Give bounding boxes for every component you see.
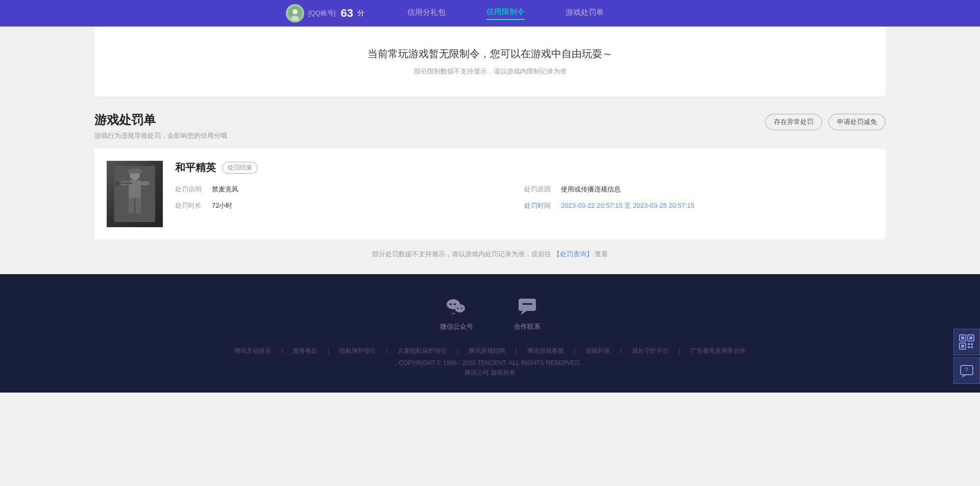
nav-penalty[interactable]: 游戏处罚单 — [566, 8, 604, 19]
footer-icons: 微信公众号 合作联系 — [0, 295, 980, 331]
detail-row-reason: 处罚原因 使用或传播违规信息 — [524, 185, 873, 194]
value-description: 禁麦克风 — [212, 185, 238, 194]
anomaly-button[interactable]: 存在异常处罚 — [765, 114, 822, 130]
svg-rect-25 — [961, 336, 964, 339]
footer-link-7[interactable]: 游戏列表 — [585, 347, 610, 354]
svg-marker-20 — [452, 313, 455, 315]
penalty-actions: 存在异常处罚 申请处罚减免 — [765, 114, 886, 130]
footer-link-9[interactable]: 广告服务及商务合作 — [691, 347, 746, 354]
penalty-query-link[interactable]: 【处罚查询】 — [553, 250, 593, 258]
svg-rect-23 — [522, 303, 532, 305]
game-image-inner — [107, 161, 163, 227]
detail-row-time: 处罚时间 2023-03-22 20:57:15 至 2023-03-25 20… — [524, 201, 873, 210]
svg-rect-29 — [961, 345, 964, 348]
label-time: 处罚时间 — [524, 201, 555, 210]
footer-contact[interactable]: 合作联系 — [514, 295, 541, 331]
value-duration: 72小时 — [212, 201, 232, 210]
qr-code-box[interactable] — [953, 329, 980, 355]
game-image — [107, 161, 163, 227]
footer-link-4[interactable]: 儿童隐私保护指引 — [398, 347, 447, 354]
footer-wechat[interactable]: 微信公众号 — [440, 295, 473, 331]
value-time: 2023-03-22 20:57:15 至 2023-03-25 20:57:1… — [561, 201, 695, 210]
help-box[interactable]: ? — [953, 357, 980, 384]
nav-restriction[interactable]: 信用限制令 — [486, 7, 525, 20]
penalty-title: 游戏处罚单 — [94, 112, 227, 128]
penalty-desc: 游戏行为违规导致处罚，会影响您的信用分哦 — [94, 131, 227, 140]
svg-rect-30 — [968, 343, 970, 345]
label-reason: 处罚原因 — [524, 185, 555, 194]
game-title-row: 和平精英 处罚结束 — [175, 161, 873, 175]
footer-link-5[interactable]: 腾讯游戏招聘 — [469, 347, 505, 354]
footer-link-3[interactable]: 隐私保护指引 — [339, 347, 376, 354]
game-name: 和平精英 — [175, 161, 216, 175]
dark-footer: 微信公众号 合作联系 腾讯互动娱乐 ｜ 服务条款 ｜ 隐私保护指引 ｜ 儿童隐私… — [0, 274, 980, 393]
footer-notice-text: 部分处罚数据不支持展示，请以游戏内处罚记录为准，或前往 — [372, 250, 551, 258]
footer-company: 腾讯公司 版权所有 — [0, 369, 980, 377]
footer-notice: 部分处罚数据不支持展示，请以游戏内处罚记录为准，或前往 【处罚查询】 查看 — [0, 250, 980, 259]
nav-gift[interactable]: 信用分礼包 — [407, 8, 446, 19]
svg-rect-27 — [969, 336, 972, 339]
detail-row-description: 处罚说明 禁麦克风 — [175, 185, 524, 194]
svg-point-19 — [461, 308, 462, 309]
svg-point-18 — [457, 308, 459, 309]
svg-rect-12 — [129, 198, 134, 213]
footer-copyright: COPYRIGHT © 1998 - 2020 TENCENT. ALL RIG… — [0, 359, 980, 367]
svg-rect-9 — [141, 181, 149, 185]
svg-rect-32 — [968, 346, 970, 348]
svg-rect-13 — [136, 198, 141, 213]
penalty-status-tag: 处罚结束 — [222, 162, 258, 174]
svg-point-17 — [455, 304, 465, 312]
contact-label: 合作联系 — [514, 322, 541, 331]
svg-point-16 — [454, 303, 456, 305]
label-description: 处罚说明 — [175, 185, 206, 194]
header: [QQ账号] 63 分 信用分礼包 信用限制令 游戏处罚单 — [0, 0, 980, 27]
footer-links: 腾讯互动娱乐 ｜ 服务条款 ｜ 隐私保护指引 ｜ 儿童隐私保护指引 ｜ 腾讯游戏… — [0, 347, 980, 355]
restriction-subtitle: 部分限制数据不支持显示，请以游戏内限制记录为准 — [105, 67, 875, 76]
svg-rect-6 — [128, 170, 142, 173]
header-nav: 信用分礼包 信用限制令 游戏处罚单 — [407, 7, 604, 20]
footer-link-8[interactable]: 成长守护平台 — [632, 347, 669, 354]
penalty-header-row: 游戏处罚单 游戏行为违规导致处罚，会影响您的信用分哦 存在异常处罚 申请处罚减免 — [94, 112, 886, 140]
sidebar-qr: ? — [953, 329, 980, 384]
main-content: 当前常玩游戏暂无限制令，您可以在游戏中自由玩耍～ 部分限制数据不支持显示，请以游… — [0, 27, 980, 259]
penalty-header-left: 游戏处罚单 游戏行为违规导致处罚，会影响您的信用分哦 — [94, 112, 227, 140]
value-reason: 使用或传播违规信息 — [561, 185, 621, 194]
svg-text:?: ? — [965, 367, 968, 374]
footer-link-2[interactable]: 服务条款 — [293, 347, 317, 354]
footer-suffix: 查看 — [595, 250, 608, 258]
apply-button[interactable]: 申请处罚减免 — [828, 114, 886, 130]
avatar — [286, 4, 304, 22]
svg-rect-31 — [971, 343, 973, 345]
svg-rect-33 — [971, 346, 973, 348]
penalty-details: 处罚说明 禁麦克风 处罚原因 使用或传播违规信息 处罚时长 72小时 处罚时间 — [175, 185, 873, 210]
svg-rect-11 — [116, 181, 119, 186]
footer-link-1[interactable]: 腾讯互动娱乐 — [234, 347, 271, 354]
svg-point-1 — [292, 9, 298, 14]
score-value: 63 — [340, 7, 353, 20]
penalty-section: 游戏处罚单 游戏行为违规导致处罚，会影响您的信用分哦 存在异常处罚 申请处罚减免 — [94, 112, 886, 239]
detail-row-duration: 处罚时长 72小时 — [175, 201, 524, 210]
footer-link-6[interactable]: 腾讯游戏客服 — [527, 347, 564, 354]
svg-point-15 — [450, 303, 452, 305]
svg-rect-10 — [117, 182, 132, 184]
svg-marker-22 — [521, 311, 527, 315]
contact-icon — [516, 295, 539, 318]
score-unit: 分 — [357, 9, 364, 18]
qq-label: [QQ账号] — [308, 9, 335, 18]
penalty-card: 和平精英 处罚结束 处罚说明 禁麦克风 处罚原因 使用或传播违规信息 — [94, 149, 886, 239]
restriction-card: 当前常玩游戏暂无限制令，您可以在游戏中自由玩耍～ 部分限制数据不支持显示，请以游… — [94, 27, 886, 96]
wechat-icon — [445, 295, 468, 318]
label-duration: 处罚时长 — [175, 201, 206, 210]
game-info: 和平精英 处罚结束 处罚说明 禁麦克风 处罚原因 使用或传播违规信息 — [175, 161, 873, 210]
header-left: [QQ账号] 63 分 — [286, 4, 364, 22]
restriction-title: 当前常玩游戏暂无限制令，您可以在游戏中自由玩耍～ — [105, 47, 875, 61]
wechat-label: 微信公众号 — [440, 322, 473, 331]
